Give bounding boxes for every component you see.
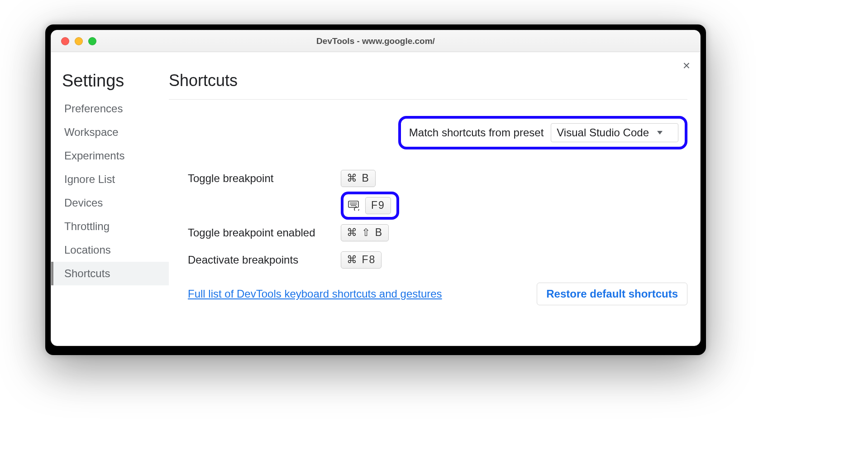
sidebar-item-workspace[interactable]: Workspace: [51, 120, 169, 144]
shortcut-list: Toggle breakpoint ⌘ B F9: [169, 155, 495, 274]
preset-select[interactable]: Visual Studio Code: [551, 123, 678, 142]
sidebar-item-label: Preferences: [64, 102, 123, 115]
keycap[interactable]: F9: [365, 197, 391, 214]
keycap[interactable]: ⌘ F8: [341, 251, 382, 269]
sidebar-item-label: Experiments: [64, 149, 124, 162]
shortcut-row: Toggle breakpoint enabled ⌘ ⇧ B: [169, 219, 495, 246]
shortcut-label: Toggle breakpoint enabled: [169, 226, 341, 239]
sidebar-item-label: Locations: [64, 244, 111, 256]
shortcut-row: Deactivate breakpoints ⌘ F8: [169, 246, 495, 274]
shortcuts-doc-link[interactable]: Full list of DevTools keyboard shortcuts…: [188, 288, 442, 300]
titlebar: DevTools - www.google.com/: [51, 30, 700, 52]
sidebar-item-label: Ignore List: [64, 173, 115, 185]
panel-title: Shortcuts: [169, 71, 687, 99]
shortcut-highlight: F9: [341, 192, 399, 220]
restore-defaults-button[interactable]: Restore default shortcuts: [537, 283, 687, 305]
keyboard-reset-icon[interactable]: [348, 201, 361, 211]
window-title: DevTools - www.google.com/: [51, 36, 700, 46]
sidebar-item-label: Throttling: [64, 220, 110, 232]
shortcut-label: Deactivate breakpoints: [169, 254, 341, 266]
sidebar-item-experiments[interactable]: Experiments: [51, 144, 169, 168]
chevron-down-icon: [657, 131, 663, 135]
sidebar-item-label: Shortcuts: [64, 267, 110, 279]
settings-window: DevTools - www.google.com/ × Settings Pr…: [51, 30, 701, 346]
settings-sidebar: Settings Preferences Workspace Experimen…: [51, 52, 169, 346]
sidebar-item-label: Workspace: [64, 126, 119, 138]
sidebar-title: Settings: [51, 71, 169, 97]
preset-select-value: Visual Studio Code: [557, 126, 649, 139]
sidebar-item-shortcuts[interactable]: Shortcuts: [51, 262, 169, 285]
shortcut-row: Toggle breakpoint ⌘ B: [169, 165, 495, 192]
preset-label: Match shortcuts from preset: [409, 126, 544, 139]
keycap[interactable]: ⌘ B: [341, 170, 376, 187]
sidebar-item-preferences[interactable]: Preferences: [51, 97, 169, 120]
sidebar-item-devices[interactable]: Devices: [51, 191, 169, 215]
sidebar-item-locations[interactable]: Locations: [51, 238, 169, 262]
sidebar-item-ignore-list[interactable]: Ignore List: [51, 168, 169, 191]
sidebar-item-label: Devices: [64, 197, 103, 209]
preset-highlight: Match shortcuts from preset Visual Studi…: [398, 116, 687, 149]
keycap[interactable]: ⌘ ⇧ B: [341, 224, 389, 241]
sidebar-item-throttling[interactable]: Throttling: [51, 215, 169, 238]
shortcut-row: F9: [169, 192, 495, 219]
shortcut-label: Toggle breakpoint: [169, 172, 341, 185]
settings-panel: Shortcuts Match shortcuts from preset Vi…: [169, 52, 700, 346]
